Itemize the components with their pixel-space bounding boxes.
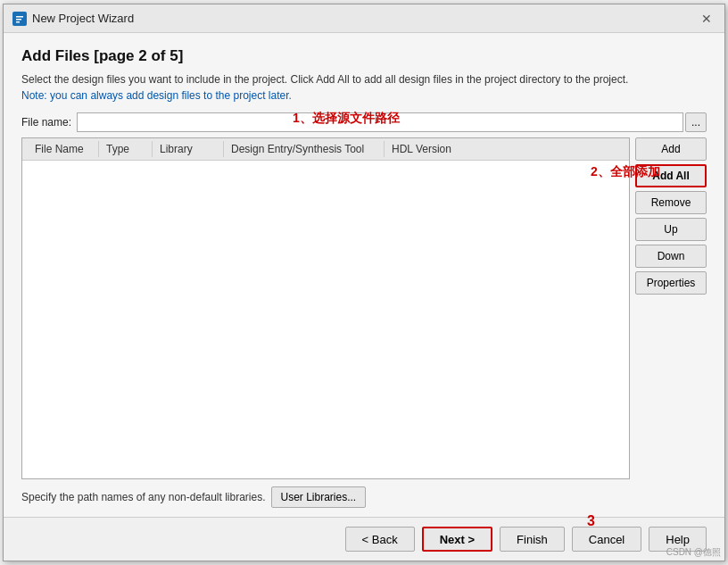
finish-button[interactable]: Finish xyxy=(500,527,565,552)
watermark: CSDN @德照 xyxy=(666,546,721,559)
svg-rect-3 xyxy=(16,21,20,23)
col-design-tool: Design Entry/Synthesis Tool xyxy=(224,141,385,157)
browse-button[interactable]: ... xyxy=(685,112,707,132)
add-all-button[interactable]: Add All xyxy=(635,164,707,187)
add-button[interactable]: Add xyxy=(635,137,707,161)
file-table: File Name Type Library Design Entry/Synt… xyxy=(21,137,630,479)
main-window: New Project Wizard ✕ Add Files [page 2 o… xyxy=(3,4,725,561)
up-button[interactable]: Up xyxy=(635,218,707,241)
col-hdl-version: HDL Version xyxy=(385,141,474,157)
svg-rect-1 xyxy=(16,16,23,18)
user-libraries-button[interactable]: User Libraries... xyxy=(271,486,367,508)
file-name-label: File name: xyxy=(21,116,71,129)
app-icon xyxy=(12,12,27,26)
libraries-label: Specify the path names of any non-defaul… xyxy=(21,491,266,503)
down-button[interactable]: Down xyxy=(635,245,707,268)
description-text: Select the design files you want to incl… xyxy=(21,72,707,87)
col-type: Type xyxy=(99,141,153,157)
file-name-input[interactable] xyxy=(77,112,683,132)
window-title: New Project Wizard xyxy=(32,12,134,25)
note-body: you can always add design files to the p… xyxy=(50,89,292,102)
bottom-row: Specify the path names of any non-defaul… xyxy=(21,486,707,508)
page-title: Add Files [page 2 of 5] xyxy=(21,47,707,65)
dialog-content: Add Files [page 2 of 5] Select the desig… xyxy=(4,33,724,517)
dialog-footer: 3 < Back Next > Finish Cancel Help CSDN … xyxy=(4,517,724,561)
annotation-3: 3 xyxy=(587,513,595,529)
file-name-row: File name: ... 1、选择源文件路径 xyxy=(21,112,707,132)
col-file-name: File Name xyxy=(28,141,99,157)
cancel-button[interactable]: Cancel xyxy=(572,527,641,552)
col-library: Library xyxy=(153,141,224,157)
back-button[interactable]: < Back xyxy=(345,527,415,552)
note-text: Note: you can always add design files to… xyxy=(21,89,707,102)
side-buttons: Add Add All Remove Up Down Properties 2、… xyxy=(635,137,707,479)
title-bar: New Project Wizard ✕ xyxy=(4,4,724,33)
note-prefix: Note: xyxy=(21,89,50,102)
file-input-wrapper: ... xyxy=(77,112,707,132)
close-button[interactable]: ✕ xyxy=(698,10,716,28)
svg-rect-2 xyxy=(16,19,21,21)
main-area: File Name Type Library Design Entry/Synt… xyxy=(21,137,707,479)
next-button[interactable]: Next > xyxy=(422,527,492,552)
table-body[interactable] xyxy=(22,161,629,478)
properties-button[interactable]: Properties xyxy=(635,271,707,295)
remove-button[interactable]: Remove xyxy=(635,191,707,214)
title-bar-left: New Project Wizard xyxy=(12,12,134,26)
table-header: File Name Type Library Design Entry/Synt… xyxy=(22,138,629,161)
